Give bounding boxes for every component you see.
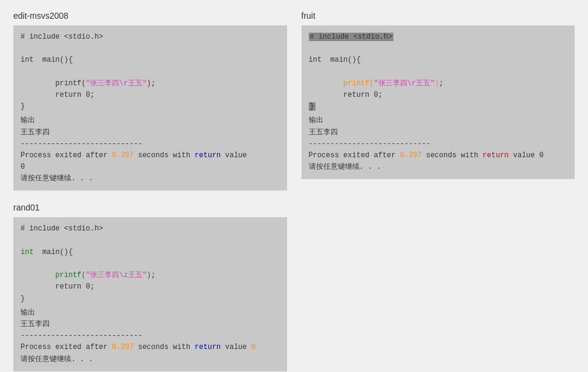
- code-line-r3: printf("张三李四\z王五");: [21, 270, 280, 281]
- process-line-1: Process exited after 0.297 seconds with …: [21, 150, 280, 173]
- dashed-line-f: ----------------------------: [309, 139, 568, 150]
- dashed-line-1: ----------------------------: [21, 139, 280, 150]
- code-panel-edit-msvs2008: # include <stdio.h> int main(){ printf("…: [13, 25, 287, 191]
- code-line-fblank1: [309, 43, 568, 54]
- dashed-line-r: ----------------------------: [21, 330, 280, 342]
- code-line-rblank2: [21, 258, 280, 270]
- code-line-r2: int main(){: [21, 247, 280, 258]
- output-fruit: 输出 王五李四 ---------------------------- Pro…: [309, 115, 568, 173]
- continue-line-f: 请按任意键继续. . .: [309, 162, 568, 173]
- section-rand01: rand01 # include <stdio.h> int main(){ p…: [6, 198, 294, 372]
- code-line-f1: # include <stdio.h>: [309, 31, 568, 43]
- process-line-r: Process exited after 0.297 seconds with …: [21, 342, 280, 353]
- process-line-f: Process exited after 0.297 seconds with …: [309, 150, 568, 162]
- output-label-r: 输出: [21, 307, 280, 319]
- title-edit-msvs2008: edit-msvs2008: [13, 11, 287, 21]
- code-line-f4: return 0;: [309, 90, 568, 101]
- code-line-r4: return 0;: [21, 281, 280, 293]
- continue-line-r: 请按任意键继续. . .: [21, 354, 280, 365]
- title-fruit: fruit: [302, 11, 575, 21]
- section-fruit: fruit # include <stdio.h> int main(){ pr…: [294, 6, 583, 198]
- output-edit-msvs2008: 输出 王五李四 ---------------------------- Pro…: [21, 115, 280, 184]
- output-text-1: 王五李四: [21, 127, 280, 139]
- section-edit-msvs2008: edit-msvs2008 # include <stdio.h> int ma…: [6, 6, 294, 198]
- code-panel-rand01: # include <stdio.h> int main(){ printf("…: [13, 217, 287, 371]
- code-line-f3: printf("张三李四\r王五");: [309, 78, 568, 90]
- code-line-2: int main(){: [21, 54, 280, 66]
- code-line-r5: }: [21, 293, 280, 305]
- section-empty: [294, 198, 583, 372]
- output-text-r: 王五李四: [21, 319, 280, 330]
- code-line-4: return 0;: [21, 90, 280, 101]
- code-line-fblank2: [309, 67, 568, 78]
- code-line-blank1: [21, 43, 280, 54]
- code-line-r1: # include <stdio.h>: [21, 223, 280, 235]
- code-line-blank2: [21, 67, 280, 78]
- code-line-rblank1: [21, 235, 280, 247]
- code-line-f5: }: [309, 101, 568, 113]
- code-panel-fruit: # include <stdio.h> int main(){ printf("…: [302, 25, 575, 179]
- output-label-f: 输出: [309, 115, 568, 126]
- continue-line-1: 请按任意键继续. . .: [21, 173, 280, 184]
- output-label-1: 输出: [21, 115, 280, 126]
- code-line-1: # include <stdio.h>: [21, 31, 280, 43]
- page-container: edit-msvs2008 # include <stdio.h> int ma…: [0, 0, 588, 372]
- code-line-3: printf("张三李四\r王五");: [21, 78, 280, 90]
- code-line-5: }: [21, 101, 280, 113]
- output-rand01: 输出 王五李四 ---------------------------- Pro…: [21, 307, 280, 365]
- title-rand01: rand01: [13, 203, 287, 212]
- output-text-f: 王五李四: [309, 127, 568, 139]
- code-line-f2: int main(){: [309, 54, 568, 66]
